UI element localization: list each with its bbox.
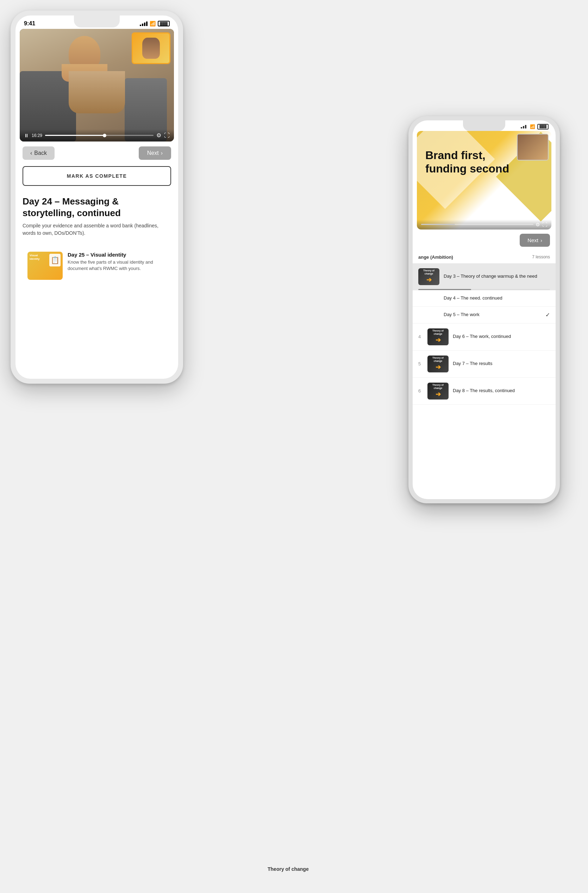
section-lesson-count: 7 lessons [532, 254, 550, 259]
phone2-fullscreen-icon[interactable]: ⛶ [542, 222, 547, 227]
day-title: Day 24 – Messaging & storytelling, conti… [23, 196, 171, 219]
phone2-progress-fill [421, 224, 455, 225]
lesson-thumbnail: Theory ofchange ➔ [427, 355, 448, 373]
battery-icon: ▓▓▓ [158, 21, 170, 26]
phone2-notch [463, 120, 505, 131]
phone2-video-area: Brand first, funding second ⚙ ⛶ [417, 131, 551, 230]
lesson-item[interactable]: Theory ofchange ➔ Day 3 – Theory of chan… [413, 263, 556, 290]
phone2: 📶 ▓▓▓ Brand first, funding second [408, 116, 560, 504]
next-thumb-line2: identity [30, 257, 39, 261]
wifi-icon: 📶 [530, 124, 535, 129]
lesson-number: 4 [418, 334, 423, 339]
lesson-title: Day 5 – The work [418, 312, 541, 318]
day-description: Compile your evidence and assemble a wor… [23, 222, 171, 237]
next-thumb-line1: Visual [30, 254, 39, 257]
video-progress-fill [45, 135, 105, 136]
lesson-title: Day 8 – The results, continued [453, 388, 550, 394]
lesson-number: 6 [418, 388, 423, 394]
chevron-left-icon: ‹ [30, 150, 32, 156]
phone2-next-button[interactable]: Next › [520, 234, 550, 247]
lesson-item[interactable]: Day 4 – The need. continued [413, 290, 556, 307]
phone2-section-header: ange (Ambition) 7 lessons [413, 251, 556, 263]
video-pip-thumbnail [132, 32, 170, 64]
next-lesson-description: Know the five parts of a visual identity… [68, 259, 166, 272]
lesson-item[interactable]: Day 5 – The work ✓ [413, 307, 556, 323]
video-fullscreen-icon[interactable]: ⛶ [164, 132, 170, 139]
lesson-title: Day 6 – The work, continued [453, 334, 550, 340]
play-pause-icon[interactable]: ⏸ [24, 133, 29, 138]
phone1-day-content: Day 24 – Messaging & storytelling, conti… [15, 191, 178, 242]
back-label: Back [34, 150, 47, 156]
mark-complete-button[interactable]: MARK AS COMPLETE [23, 166, 171, 186]
theory-of-change-label: Theory of change [268, 866, 309, 872]
lesson-title: Day 7 – The results [453, 361, 550, 367]
phone1-navigation: ‹ Back Next › [15, 141, 178, 165]
phone1-status-icons: 📶 ▓▓▓ [140, 21, 170, 26]
phone1: 9:41 📶 ▓▓▓ [11, 11, 183, 384]
video-controls[interactable]: ⏸ 16:29 ⚙ ⛶ [20, 129, 174, 141]
lesson-thumbnail: Theory ofchange ➔ [418, 268, 439, 285]
next-lesson-title: Day 25 – Visual identity [68, 252, 166, 258]
phone1-video-area: ⏸ 16:29 ⚙ ⛶ [20, 29, 174, 141]
phone2-progress-bar[interactable] [421, 224, 534, 225]
phone2-video-controls[interactable]: ⚙ ⛶ [417, 219, 551, 230]
video-progress-bar[interactable] [45, 135, 153, 136]
lesson-item[interactable]: 5 Theory ofchange ➔ Day 7 – The results [413, 350, 556, 378]
lesson-thumbnail: Theory ofchange ➔ [427, 383, 448, 400]
signal-icon [521, 125, 526, 128]
lesson-list: Theory ofchange ➔ Day 3 – Theory of chan… [413, 263, 556, 405]
next-label: Next [528, 237, 538, 243]
phone1-time: 9:41 [24, 20, 35, 27]
video-progress-dot [103, 134, 106, 137]
chevron-right-icon: › [540, 237, 542, 243]
back-button[interactable]: ‹ Back [23, 146, 54, 160]
lesson-number: 5 [418, 361, 423, 367]
video-time-display: 16:29 [32, 133, 42, 138]
brand-text-line2: funding second [425, 162, 509, 175]
check-icon: ✓ [545, 311, 550, 318]
section-title: ange (Ambition) [418, 254, 453, 260]
signal-icon [140, 21, 147, 26]
lesson-item[interactable]: 6 Theory ofchange ➔ Day 8 – The results,… [413, 378, 556, 405]
brand-text-line1: Brand first, [425, 149, 509, 162]
phone2-video-content: Brand first, funding second [417, 131, 551, 230]
next-button[interactable]: Next › [139, 146, 171, 160]
next-label: Next [147, 150, 159, 156]
next-lesson-card[interactable]: Visual identity 📋 Day 25 – Visual identi… [23, 247, 171, 285]
video-settings-icon[interactable]: ⚙ [156, 132, 161, 139]
next-lesson-info: Day 25 – Visual identity Know the five p… [68, 252, 166, 272]
mark-complete-label: MARK AS COMPLETE [67, 173, 127, 179]
next-lesson-thumbnail: Visual identity 📋 [27, 252, 63, 280]
lesson-progress-bar [418, 289, 550, 290]
wifi-icon: 📶 [150, 21, 156, 26]
phone2-pip-thumbnail [517, 134, 549, 161]
chevron-right-icon: › [161, 150, 163, 156]
lesson-progress-fill [418, 289, 471, 290]
brand-text: Brand first, funding second [425, 149, 509, 176]
phone2-settings-icon[interactable]: ⚙ [535, 222, 540, 227]
phone1-notch [74, 15, 120, 27]
lesson-item[interactable]: 4 Theory ofchange ➔ Day 6 – The work, co… [413, 323, 556, 350]
battery-icon: ▓▓▓ [537, 124, 549, 129]
lesson-thumbnail: Theory ofchange ➔ [427, 328, 448, 345]
lesson-title: Day 3 – Theory of change warmup & the ne… [444, 274, 550, 280]
phone2-navigation: Next › [413, 230, 556, 251]
lesson-title: Day 4 – The need. continued [418, 295, 550, 301]
